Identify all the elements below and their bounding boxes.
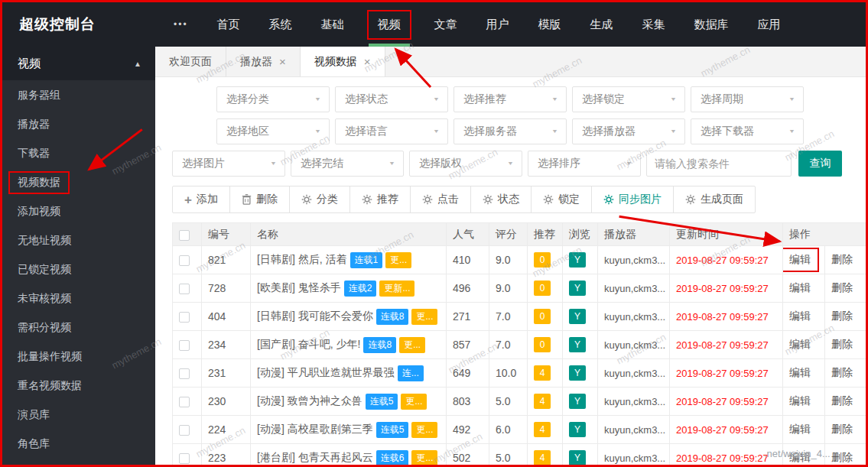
nav-item-system[interactable]: 系统 bbox=[257, 2, 304, 47]
sidebar-item-duplicate-name-video[interactable]: 重名视频数据 bbox=[2, 371, 155, 400]
delete-button[interactable]: 删除 bbox=[831, 451, 853, 463]
edit-button[interactable]: 编辑 bbox=[789, 281, 811, 293]
filter-cycle[interactable]: 选择周期▼ bbox=[691, 86, 804, 112]
delete-button[interactable]: 删除 bbox=[229, 186, 290, 213]
edit-button[interactable]: 编辑 bbox=[789, 338, 811, 350]
cell-score: 9.0 bbox=[489, 246, 528, 274]
filter-downloader[interactable]: 选择下载器▼ bbox=[691, 118, 804, 144]
recommend-button[interactable]: 推荐 bbox=[349, 186, 411, 213]
video-category: [日韩剧] bbox=[257, 310, 295, 322]
sidebar-item-role-library[interactable]: 角色库 bbox=[2, 429, 155, 458]
delete-button[interactable]: 删除 bbox=[831, 423, 853, 435]
row-checkbox[interactable] bbox=[179, 397, 190, 407]
table-row: 231 [动漫]平凡职业造就世界最强连... 649 10.0 4 Y kuyu… bbox=[173, 359, 867, 388]
cell-update-time: 2019-08-27 09:59:27 bbox=[670, 274, 783, 303]
filter-row-2: 选择地区▼ 选择语言▼ 选择服务器▼ 选择播放器▼ 选择下载器▼ bbox=[216, 118, 857, 144]
tab-player[interactable]: 播放器 × bbox=[226, 47, 301, 76]
edit-button[interactable]: 编辑 bbox=[789, 394, 811, 407]
filter-region[interactable]: 选择地区▼ bbox=[216, 118, 330, 144]
close-icon[interactable]: × bbox=[279, 55, 286, 68]
filter-finished[interactable]: 选择完结▼ bbox=[291, 151, 404, 177]
sidebar-item-add-video[interactable]: 添加视频 bbox=[2, 196, 155, 225]
sidebar-item-points-video[interactable]: 需积分视频 bbox=[2, 313, 155, 342]
column-header-recommend: 推荐 bbox=[528, 223, 563, 246]
row-checkbox[interactable] bbox=[179, 340, 190, 351]
nav-item-home[interactable]: 首页 bbox=[205, 2, 252, 47]
category-button[interactable]: 分类 bbox=[289, 186, 350, 213]
nav-item-collect[interactable]: 采集 bbox=[630, 2, 678, 47]
nav-item-article[interactable]: 文章 bbox=[422, 2, 470, 47]
filter-language[interactable]: 选择语言▼ bbox=[335, 118, 448, 144]
row-checkbox[interactable] bbox=[179, 255, 190, 266]
edit-button[interactable]: 编辑 bbox=[789, 423, 811, 435]
status-button[interactable]: 状态 bbox=[470, 186, 532, 213]
filter-server[interactable]: 选择服务器▼ bbox=[454, 118, 567, 144]
delete-button[interactable]: 删除 bbox=[831, 310, 853, 322]
nav-item-video[interactable]: 视频 bbox=[361, 2, 418, 47]
column-header-view: 浏览 bbox=[563, 223, 598, 246]
main-area: 欢迎页面 播放器 × 视频数据 × 选择分类▼ 选择状态▼ 选择推荐▼ 选择锁定… bbox=[155, 47, 866, 465]
delete-button[interactable]: 删除 bbox=[831, 394, 853, 407]
cell-update-time: 2019-08-27 09:59:27 bbox=[670, 331, 783, 359]
delete-button[interactable]: 删除 bbox=[831, 281, 853, 293]
edit-button[interactable]: 编辑 bbox=[789, 451, 811, 463]
edit-button[interactable]: 编辑 bbox=[783, 249, 818, 271]
query-button[interactable]: 查询 bbox=[798, 151, 842, 177]
sidebar-item-locked-video[interactable]: 已锁定视频 bbox=[2, 255, 155, 284]
nav-item-app[interactable]: 应用 bbox=[746, 2, 793, 47]
filter-copyright[interactable]: 选择版权▼ bbox=[409, 151, 522, 177]
sidebar-item-player[interactable]: 播放器 bbox=[2, 109, 155, 138]
sidebar-item-server-group[interactable]: 服务器组 bbox=[2, 80, 155, 109]
delete-button[interactable]: 删除 bbox=[831, 338, 853, 350]
select-value: 选择下载器 bbox=[701, 125, 754, 138]
sidebar-item-downloader[interactable]: 下载器 bbox=[2, 138, 155, 167]
select-all-checkbox[interactable] bbox=[179, 230, 190, 241]
filter-status[interactable]: 选择状态▼ bbox=[335, 86, 448, 112]
sidebar-item-no-address-video[interactable]: 无地址视频 bbox=[2, 225, 155, 255]
filter-recommend[interactable]: 选择推荐▼ bbox=[454, 86, 567, 112]
tab-welcome[interactable]: 欢迎页面 bbox=[155, 47, 226, 76]
edit-button[interactable]: 编辑 bbox=[789, 366, 811, 378]
select-value: 选择周期 bbox=[701, 92, 743, 106]
generate-page-button[interactable]: 生成页面 bbox=[673, 186, 756, 213]
sidebar-item-label: 添加视频 bbox=[18, 205, 60, 217]
row-checkbox[interactable] bbox=[179, 368, 190, 379]
cell-hits: 857 bbox=[447, 331, 489, 359]
cell-player: kuyun,ckm3... bbox=[598, 331, 670, 359]
close-icon[interactable]: × bbox=[364, 55, 371, 68]
sync-image-button[interactable]: 同步图片 bbox=[591, 186, 674, 213]
sidebar-section-video[interactable]: 视频 ▲ bbox=[2, 47, 155, 80]
row-checkbox[interactable] bbox=[179, 312, 190, 323]
nav-item-user[interactable]: 用户 bbox=[474, 2, 522, 47]
lock-button[interactable]: 锁定 bbox=[531, 186, 592, 213]
sidebar-item-video-data[interactable]: 视频数据 bbox=[2, 167, 155, 196]
nav-item-template[interactable]: 模版 bbox=[526, 2, 574, 47]
sidebar-item-batch-operate-video[interactable]: 批量操作视频 bbox=[2, 342, 155, 371]
search-input[interactable] bbox=[646, 151, 792, 177]
tab-video-data[interactable]: 视频数据 × bbox=[301, 47, 385, 76]
video-category: [日韩剧] bbox=[257, 253, 295, 265]
row-checkbox[interactable] bbox=[179, 425, 190, 436]
sidebar-item-actor-library[interactable]: 演员库 bbox=[2, 400, 155, 429]
click-button[interactable]: 点击 bbox=[410, 186, 471, 213]
cell-update-time: 2019-08-27 09:59:27 bbox=[670, 246, 783, 274]
filter-category[interactable]: 选择分类▼ bbox=[216, 86, 330, 112]
more-icon[interactable]: ••• bbox=[161, 2, 200, 47]
filter-sort[interactable]: 选择排序▼ bbox=[528, 151, 641, 177]
sidebar-item-unaudited-video[interactable]: 未审核视频 bbox=[2, 284, 155, 313]
edit-button[interactable]: 编辑 bbox=[789, 310, 811, 322]
filter-lock[interactable]: 选择锁定▼ bbox=[572, 86, 685, 112]
add-button[interactable]: +添加 bbox=[172, 186, 230, 213]
row-checkbox[interactable] bbox=[179, 284, 190, 294]
filter-image[interactable]: 选择图片▼ bbox=[172, 151, 285, 177]
button-label: 删除 bbox=[256, 193, 278, 206]
cell-hits: 496 bbox=[447, 274, 489, 303]
nav-item-basic[interactable]: 基础 bbox=[309, 2, 356, 47]
delete-button[interactable]: 删除 bbox=[831, 366, 853, 378]
row-checkbox[interactable] bbox=[179, 453, 190, 464]
delete-button[interactable]: 删除 bbox=[831, 253, 853, 265]
nav-item-database[interactable]: 数据库 bbox=[682, 2, 741, 47]
filter-player[interactable]: 选择播放器▼ bbox=[572, 118, 685, 144]
nav-item-generate[interactable]: 生成 bbox=[578, 2, 626, 47]
sidebar-item-label: 服务器组 bbox=[18, 89, 60, 101]
